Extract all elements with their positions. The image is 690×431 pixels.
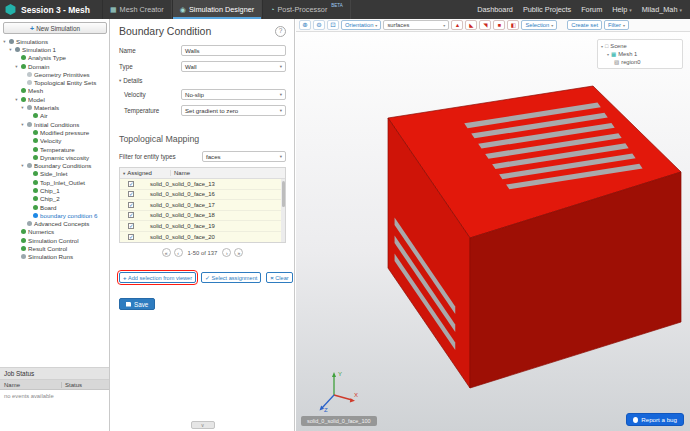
x-axis-arrow	[350, 398, 355, 402]
assigned-checkbox[interactable]: ✓	[128, 202, 134, 208]
tree-item-temperature[interactable]: Temperature	[0, 145, 109, 153]
tree-item-side-inlet[interactable]: Side_Inlet	[0, 170, 109, 178]
add-selection-from-viewer-button[interactable]: + Add selection from viewer	[119, 272, 196, 283]
prev-page-button[interactable]: ‹	[174, 248, 183, 257]
caret-icon[interactable]: ▾	[20, 163, 25, 168]
tree-item-simulations[interactable]: ▾Simulations	[0, 37, 109, 45]
tree-item-numerics[interactable]: Numerics	[0, 228, 109, 236]
isolate-selection-tool-button[interactable]: ◧	[507, 20, 519, 30]
zoom-in-button[interactable]: ⊕	[299, 20, 311, 30]
surfaces-select[interactable]: surfaces ▾	[383, 20, 449, 30]
surfaces-label: surfaces	[387, 22, 409, 28]
tab-simulation-designer[interactable]: ◉Simulation Designer	[172, 0, 262, 19]
header-link-help[interactable]: Help▾	[612, 5, 632, 14]
assigned-checkbox[interactable]: ✓	[128, 191, 134, 197]
app-logo-icon[interactable]	[5, 4, 16, 15]
tree-item-result-control[interactable]: Result Control	[0, 244, 109, 252]
tree-item-geometry-primitives[interactable]: Geometry Primitives	[0, 70, 109, 78]
caret-icon[interactable]: ▾	[2, 39, 7, 44]
tree-item-board[interactable]: Board	[0, 203, 109, 211]
type-select[interactable]: Wall ▾	[181, 61, 286, 72]
tree-item-initial-conditions[interactable]: ▾Initial Conditions	[0, 120, 109, 128]
caret-icon[interactable]: ▾	[20, 122, 25, 127]
tree-item-simulation-control[interactable]: Simulation Control	[0, 236, 109, 244]
tab-mesh-creator[interactable]: ▦Mesh Creator	[102, 0, 172, 19]
scene-root-item[interactable]: ▾ □ Scene	[601, 42, 679, 50]
save-button[interactable]: Save	[119, 298, 155, 310]
details-section-toggle[interactable]: ▾ Details	[119, 77, 286, 84]
tree-item-materials[interactable]: ▾Materials	[0, 103, 109, 111]
header-link-milad-mah[interactable]: Milad_Mah▾	[642, 5, 682, 14]
caret-icon[interactable]: ▾	[20, 105, 25, 110]
assigned-checkbox[interactable]: ✓	[128, 234, 134, 240]
help-button[interactable]: ?	[275, 26, 286, 37]
tree-item-chip-2[interactable]: Chip_2	[0, 195, 109, 203]
orientation-select[interactable]: Orientation ▾	[341, 20, 381, 30]
tree-item-label: Topological Entity Sets	[34, 79, 96, 86]
tree-item-modified-pressure[interactable]: Modified pressure	[0, 128, 109, 136]
assigned-checkbox[interactable]: ✓	[128, 181, 134, 187]
clear-button[interactable]: × Clear	[266, 272, 292, 283]
assigned-checkbox[interactable]: ✓	[128, 223, 134, 229]
name-column-header[interactable]: Name	[170, 170, 285, 176]
assigned-column-header[interactable]: ▾ Assigned	[120, 170, 170, 176]
select-assignment-button[interactable]: ✓ Select assignment	[201, 272, 261, 283]
last-page-button[interactable]: »	[234, 248, 243, 257]
scene-region-item[interactable]: ▨ region0	[601, 58, 679, 66]
temperature-select[interactable]: Set gradient to zero ▾	[181, 105, 286, 116]
caret-icon[interactable]: ▾	[8, 47, 13, 52]
scene-mesh-item[interactable]: ▾ ▦ Mesh 1	[601, 50, 679, 58]
check-status-icon	[33, 171, 38, 176]
type-label: Type	[119, 63, 181, 70]
zoom-out-button[interactable]: ⊖	[313, 20, 325, 30]
tree-item-mesh[interactable]: Mesh	[0, 87, 109, 95]
mesh-creator-icon: ▦	[110, 6, 117, 14]
tree-item-boundary-condition-6[interactable]: boundary condition 6	[0, 211, 109, 219]
assignment-row: ✓solid_0_solid_0_face_17	[120, 200, 285, 211]
velocity-select[interactable]: No-slip ▾	[181, 89, 286, 100]
tree-item-model[interactable]: ▾Model	[0, 95, 109, 103]
chevron-down-icon: ▾	[443, 23, 445, 28]
caret-icon[interactable]: ▾	[14, 97, 19, 102]
tree-item-advanced-concepts[interactable]: Advanced Concepts	[0, 220, 109, 228]
scrollbar-thumb[interactable]	[282, 181, 285, 207]
tree-item-chip-1[interactable]: Chip_1	[0, 186, 109, 194]
simulation-tree: ▾Simulations▾Simulation 1Analysis Type▾D…	[0, 37, 109, 261]
selection-select[interactable]: Selection ▾	[521, 20, 557, 30]
tree-item-air[interactable]: Air	[0, 112, 109, 120]
assigned-checkbox[interactable]: ✓	[128, 212, 134, 218]
tree-item-topological-entity-sets[interactable]: Topological Entity Sets	[0, 78, 109, 86]
tree-item-domain[interactable]: ▾Domain	[0, 62, 109, 70]
new-simulation-button[interactable]: + New Simulation	[3, 22, 107, 34]
tree-item-velocity[interactable]: Velocity	[0, 137, 109, 145]
project-title: Session 3 - Mesh	[21, 5, 90, 15]
tree-item-top-inlet-outlet[interactable]: Top_Inlet_Outlet	[0, 178, 109, 186]
lasso-select-tool-button[interactable]: ◥	[479, 20, 491, 30]
filter-select[interactable]: Filter ▾	[604, 20, 629, 30]
check-status-icon	[33, 196, 38, 201]
hide-selection-tool-button[interactable]: ■	[493, 20, 505, 30]
tree-item-simulation-1[interactable]: ▾Simulation 1	[0, 45, 109, 53]
name-input[interactable]: Walls	[181, 45, 286, 56]
tab-post-processor[interactable]: ◔Post-ProcessorBETA	[262, 0, 351, 19]
report-bug-button[interactable]: Report a bug	[626, 413, 684, 426]
entity-filter-select[interactable]: faces ▾	[202, 151, 286, 162]
tree-item-dynamic-viscosity[interactable]: Dynamic viscosity	[0, 153, 109, 161]
caret-icon[interactable]: ▾	[14, 64, 19, 69]
box-select-tool-button[interactable]: ◣	[465, 20, 477, 30]
tree-item-analysis-type[interactable]: Analysis Type	[0, 54, 109, 62]
header-link-public-projects[interactable]: Public Projects	[523, 5, 571, 14]
pick-tool-button[interactable]: ▲	[451, 20, 463, 30]
tree-item-boundary-conditions[interactable]: ▾Boundary Conditions	[0, 161, 109, 169]
next-page-button[interactable]: ›	[222, 248, 231, 257]
header-link-dashboard[interactable]: Dashboard	[477, 5, 513, 14]
fit-view-button[interactable]: ⊡	[327, 20, 339, 30]
tree-item-simulation-runs[interactable]: Simulation Runs	[0, 253, 109, 261]
collapse-panel-button[interactable]: ∨	[191, 421, 215, 429]
first-page-button[interactable]: «	[162, 248, 171, 257]
viewport-canvas[interactable]: ▾ □ Scene ▾ ▦ Mesh 1 ▨ region0	[296, 32, 690, 431]
header-link-forum[interactable]: Forum	[581, 5, 602, 14]
orientation-axes[interactable]: Y X Z	[314, 367, 360, 413]
create-set-button[interactable]: Create set	[567, 20, 602, 30]
table-scrollbar[interactable]	[281, 179, 285, 242]
